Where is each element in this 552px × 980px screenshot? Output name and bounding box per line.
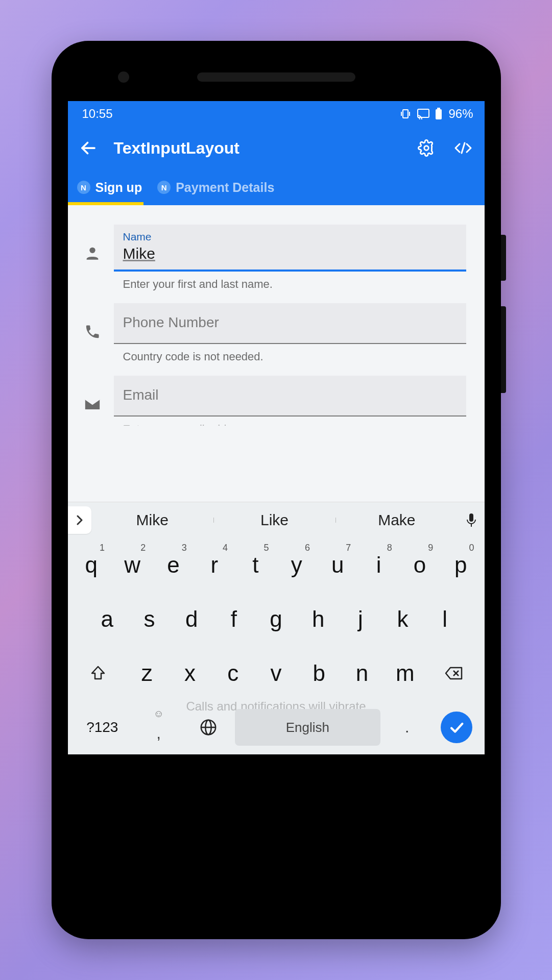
- key-j[interactable]: j: [342, 596, 380, 643]
- front-camera: [118, 71, 129, 83]
- key-language[interactable]: [185, 704, 231, 751]
- key-q[interactable]: q1: [73, 542, 110, 589]
- tab-payment-details[interactable]: N Payment Details: [154, 169, 277, 205]
- phone-helper: Country code is not needed.: [114, 344, 466, 363]
- key-backspace[interactable]: [428, 650, 479, 697]
- battery-icon: [435, 108, 442, 120]
- code-button[interactable]: [453, 138, 473, 158]
- status-bar: 10:55: [68, 101, 485, 127]
- email-field-row: Email Enter your email address: [82, 376, 466, 426]
- svg-line-8: [462, 143, 465, 153]
- svg-point-7: [424, 146, 428, 151]
- svg-rect-0: [403, 110, 408, 118]
- key-enter[interactable]: [434, 704, 479, 751]
- email-placeholder: Email: [123, 387, 457, 403]
- key-i[interactable]: i8: [360, 542, 397, 589]
- email-helper: Enter your email address: [114, 416, 466, 426]
- key-g[interactable]: g: [257, 596, 295, 643]
- phone-frame: 10:55: [52, 41, 501, 939]
- key-t[interactable]: t5: [237, 542, 274, 589]
- svg-rect-10: [469, 513, 473, 522]
- tab-sign-up[interactable]: N Sign up: [74, 169, 146, 205]
- app-bar: TextInputLayout: [68, 127, 485, 169]
- suggestion-3[interactable]: Make: [335, 511, 458, 529]
- name-value: Mike: [123, 245, 457, 262]
- key-period[interactable]: .: [385, 704, 430, 751]
- key-c[interactable]: c: [213, 650, 252, 697]
- key-s[interactable]: s: [130, 596, 169, 643]
- key-l[interactable]: l: [426, 596, 464, 643]
- settings-button[interactable]: [416, 138, 437, 158]
- cast-icon: [417, 108, 430, 119]
- key-k[interactable]: k: [383, 596, 422, 643]
- volume-button: [501, 306, 506, 393]
- suggestion-1[interactable]: Mike: [91, 511, 213, 529]
- key-comma[interactable]: ☺ ,: [136, 704, 181, 751]
- key-x[interactable]: x: [171, 650, 209, 697]
- key-f[interactable]: f: [215, 596, 253, 643]
- tab-badge-icon: N: [157, 181, 171, 194]
- phone-field-row: Phone Number Country code is not needed.: [82, 303, 466, 363]
- name-input[interactable]: Name Mike: [114, 225, 466, 272]
- battery-percent: 96%: [448, 107, 473, 121]
- key-a[interactable]: a: [88, 596, 127, 643]
- key-v[interactable]: v: [256, 650, 295, 697]
- key-o[interactable]: o9: [401, 542, 438, 589]
- key-m[interactable]: m: [386, 650, 424, 697]
- emoji-icon: ☺: [153, 708, 163, 720]
- tab-label: Payment Details: [176, 180, 274, 195]
- email-icon: [82, 394, 103, 414]
- key-n[interactable]: n: [343, 650, 381, 697]
- name-helper: Enter your first and last name.: [114, 272, 466, 291]
- key-u[interactable]: u7: [319, 542, 356, 589]
- key-d[interactable]: d: [173, 596, 211, 643]
- phone-placeholder: Phone Number: [123, 314, 457, 331]
- phone-input[interactable]: Phone Number: [114, 303, 466, 344]
- phone-speaker: [197, 72, 355, 82]
- screen: 10:55: [68, 101, 485, 754]
- status-time: 10:55: [82, 107, 113, 121]
- voice-input-button[interactable]: [458, 512, 485, 528]
- vibrate-icon: [399, 108, 412, 120]
- tab-indicator: [68, 202, 143, 205]
- phone-icon: [82, 322, 103, 342]
- svg-point-9: [89, 248, 95, 253]
- svg-rect-4: [436, 109, 442, 119]
- key-symbols[interactable]: ?123: [73, 704, 132, 751]
- suggestion-2[interactable]: Like: [213, 511, 335, 529]
- email-input[interactable]: Email: [114, 376, 466, 416]
- back-button[interactable]: [79, 139, 98, 157]
- key-e[interactable]: e3: [155, 542, 191, 589]
- keyboard: Mike Like Make q1 w2 e3 r4 t5: [68, 502, 485, 754]
- person-icon: [82, 243, 103, 263]
- key-row-1: q1 w2 e3 r4 t5 y6 u7 i8 o9 p0: [68, 538, 485, 592]
- key-row-2: a s d f g h j k l: [68, 592, 485, 646]
- power-button: [501, 235, 506, 281]
- expand-suggestions-button[interactable]: [68, 506, 91, 534]
- key-p[interactable]: p0: [442, 542, 479, 589]
- tab-bar: N Sign up N Payment Details: [68, 169, 485, 205]
- key-b[interactable]: b: [300, 650, 339, 697]
- tab-badge-icon: N: [77, 181, 90, 194]
- form-content: Name Mike Enter your first and last name…: [68, 205, 485, 502]
- key-r[interactable]: r4: [196, 542, 233, 589]
- key-space[interactable]: English: [235, 709, 380, 746]
- key-row-4: Calls and notifications will vibrate ?12…: [68, 700, 485, 754]
- tab-label: Sign up: [95, 180, 142, 195]
- key-h[interactable]: h: [299, 596, 338, 643]
- key-y[interactable]: y6: [278, 542, 315, 589]
- key-w[interactable]: w2: [114, 542, 151, 589]
- app-title: TextInputLayout: [114, 139, 400, 158]
- key-z[interactable]: z: [128, 650, 166, 697]
- key-shift[interactable]: [73, 650, 124, 697]
- name-label: Name: [123, 231, 457, 243]
- name-field-row: Name Mike Enter your first and last name…: [82, 225, 466, 291]
- key-row-3: z x c v b n m: [68, 646, 485, 700]
- check-icon: [441, 712, 472, 743]
- suggestion-bar: Mike Like Make: [68, 502, 485, 538]
- svg-rect-5: [437, 108, 440, 109]
